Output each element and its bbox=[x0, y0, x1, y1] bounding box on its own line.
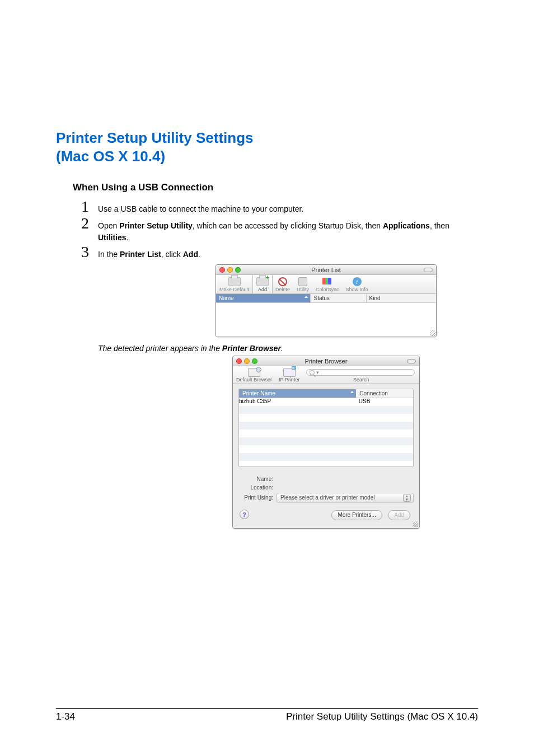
printer-browser-titlebar[interactable]: Printer Browser bbox=[233, 356, 419, 366]
utility-icon bbox=[298, 277, 307, 286]
default-browser-tab[interactable]: Default Browser bbox=[233, 368, 275, 382]
print-using-popup[interactable]: Please select a driver or printer model … bbox=[277, 493, 414, 502]
printer-browser-form: Name: Location: Print Using: Please sele… bbox=[238, 476, 414, 502]
form-row-print-using: Print Using: Please select a driver or p… bbox=[238, 493, 414, 502]
step-2-text: Open Printer Setup Utility, which can be… bbox=[98, 220, 478, 243]
utility-button[interactable]: Utility bbox=[293, 275, 312, 293]
printer-list-table-body bbox=[216, 303, 436, 337]
footer-title: Printer Setup Utility Settings (Mac OS X… bbox=[286, 711, 478, 722]
page-heading: Printer Setup Utility Settings (Mac OS X… bbox=[56, 129, 478, 165]
search-label: Search bbox=[303, 377, 419, 382]
heading-line2: (Mac OS X 10.4) bbox=[56, 148, 165, 165]
minimize-icon[interactable] bbox=[244, 358, 250, 364]
step-3-number: 3 bbox=[81, 244, 98, 260]
add-label: Add bbox=[258, 287, 267, 292]
printer-browser-list: Printer Name Connection bizhub C35P USB bbox=[238, 389, 414, 467]
delete-button[interactable]: Delete bbox=[272, 275, 293, 293]
ip-printer-label: IP Printer bbox=[279, 377, 299, 382]
show-info-button[interactable]: i Show Info bbox=[343, 275, 372, 293]
step-3-suffix: . bbox=[198, 250, 200, 259]
printer-icon bbox=[228, 277, 241, 286]
column-printer-name[interactable]: Printer Name bbox=[239, 389, 356, 398]
resize-grip-icon[interactable] bbox=[430, 330, 435, 336]
step-3-prefix: In the bbox=[98, 250, 120, 259]
column-status[interactable]: Status bbox=[311, 294, 366, 302]
step-2-mid2: , then bbox=[430, 221, 449, 230]
location-label: Location: bbox=[238, 484, 277, 491]
page-number: 1-34 bbox=[56, 711, 75, 722]
zoom-icon[interactable] bbox=[252, 358, 257, 364]
row-name: bizhub C35P bbox=[239, 398, 359, 404]
traffic-lights bbox=[219, 267, 241, 273]
sort-arrow-icon bbox=[350, 391, 354, 393]
printer-browser-toolbar: Default Browser IP Printer ▾ Search bbox=[233, 366, 419, 384]
column-kind[interactable]: Kind bbox=[367, 294, 436, 302]
minimize-icon[interactable] bbox=[227, 267, 233, 273]
step-2-bold2: Applications bbox=[383, 221, 430, 230]
make-default-button[interactable]: Make Default bbox=[216, 275, 252, 293]
toolbar-toggle-icon[interactable] bbox=[424, 268, 433, 272]
toolbar-toggle-icon[interactable] bbox=[407, 359, 416, 363]
printer-browser-window: Printer Browser Default Browser IP Print… bbox=[232, 356, 420, 529]
printer-browser-title: Printer Browser bbox=[305, 358, 348, 365]
help-button[interactable]: ? bbox=[240, 510, 249, 519]
subheading: When Using a USB Connection bbox=[73, 182, 478, 193]
step-3-mid1: , click bbox=[161, 250, 183, 259]
traffic-lights-2 bbox=[236, 358, 257, 364]
column-name[interactable]: Name bbox=[216, 294, 311, 302]
name-label: Name: bbox=[238, 476, 277, 482]
utility-label: Utility bbox=[297, 287, 309, 292]
printer-list-window: Printer List Make Default Add Delete Uti… bbox=[216, 264, 437, 337]
step-3-text: In the Printer List, click Add. bbox=[98, 249, 200, 260]
footer-buttons: More Printers... Add bbox=[328, 509, 410, 520]
zoom-icon[interactable] bbox=[235, 267, 241, 273]
printer-browser-list-header: Printer Name Connection bbox=[239, 389, 413, 398]
caption-bold: Printer Browser bbox=[222, 344, 281, 353]
column-connection[interactable]: Connection bbox=[356, 389, 413, 398]
caption: The detected printer appears in the Prin… bbox=[98, 344, 478, 353]
sort-arrow-icon bbox=[305, 296, 308, 298]
popup-stepper-icon: ▴▾ bbox=[403, 494, 411, 502]
colorsync-button[interactable]: ColorSync bbox=[312, 275, 343, 293]
no-delete-icon bbox=[278, 277, 287, 286]
column-name-label: Name bbox=[219, 295, 234, 301]
printer-list-titlebar[interactable]: Printer List bbox=[216, 265, 436, 275]
step-1: 1 Use a USB cable to connect the machine… bbox=[81, 199, 478, 214]
default-browser-label: Default Browser bbox=[236, 377, 272, 382]
close-icon[interactable] bbox=[236, 358, 242, 364]
form-row-location: Location: bbox=[238, 484, 414, 491]
printer-list-title: Printer List bbox=[311, 267, 341, 273]
step-3-bold2: Add bbox=[183, 250, 198, 259]
step-2-bold3: Utilities bbox=[98, 233, 127, 242]
delete-label: Delete bbox=[275, 287, 290, 292]
row-connection: USB bbox=[359, 398, 413, 404]
browser-icon bbox=[248, 368, 260, 377]
make-default-label: Make Default bbox=[219, 287, 249, 292]
close-icon[interactable] bbox=[219, 267, 225, 273]
printer-list-toolbar: Make Default Add Delete Utility ColorSyn… bbox=[216, 275, 436, 294]
list-item[interactable]: bizhub C35P USB bbox=[239, 398, 413, 404]
ip-printer-tab[interactable]: IP Printer bbox=[275, 368, 303, 382]
step-2-mid1: , which can be accessed by clicking Star… bbox=[193, 221, 383, 230]
heading-line1: Printer Setup Utility Settings bbox=[56, 129, 254, 146]
step-3-bold1: Printer List bbox=[120, 250, 161, 259]
step-3: 3 In the Printer List, click Add. bbox=[81, 244, 478, 260]
form-row-name: Name: bbox=[238, 476, 414, 482]
colorsync-label: ColorSync bbox=[316, 287, 339, 292]
step-2-number: 2 bbox=[81, 216, 98, 231]
resize-grip-icon[interactable] bbox=[413, 521, 418, 527]
search-icon bbox=[310, 370, 315, 375]
show-info-label: Show Info bbox=[346, 287, 368, 292]
step-2-bold1: Printer Setup Utility bbox=[119, 221, 193, 230]
print-using-label: Print Using: bbox=[238, 494, 277, 501]
add-printer-button[interactable]: Add bbox=[388, 510, 410, 520]
add-button[interactable]: Add bbox=[253, 275, 272, 293]
search-input[interactable]: ▾ bbox=[306, 369, 415, 376]
step-1-text: Use a USB cable to connect the machine t… bbox=[98, 203, 303, 214]
step-2-suffix: . bbox=[127, 233, 129, 242]
printer-list-table-header: Name Status Kind bbox=[216, 294, 436, 303]
printer-plus-icon bbox=[256, 277, 269, 286]
info-icon: i bbox=[353, 277, 362, 286]
more-printers-button[interactable]: More Printers... bbox=[331, 510, 382, 520]
page-footer: 1-34 Printer Setup Utility Settings (Mac… bbox=[56, 708, 478, 722]
